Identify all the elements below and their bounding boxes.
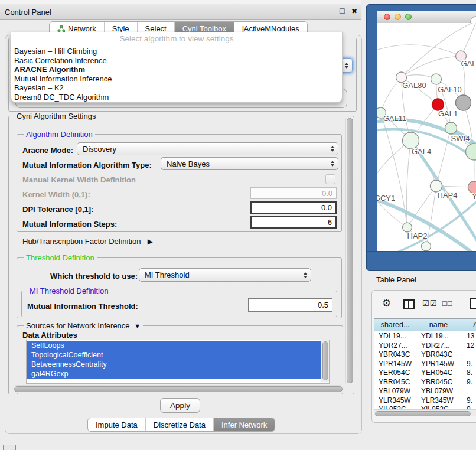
network-node-label: GCY1	[377, 194, 395, 203]
column-header[interactable]: A	[461, 318, 476, 331]
dropdown-item[interactable]: Dream8 DC_TDC Algorithm	[11, 93, 342, 102]
kernel-width-field[interactable]: 0.0	[250, 187, 337, 199]
minimize-window-icon[interactable]	[395, 14, 401, 20]
table-row[interactable]: YDR27...YDR27...12	[374, 341, 476, 350]
mi-type-combobox[interactable]: Naive Bayes	[161, 157, 338, 170]
table-row[interactable]: YPR145WYPR145W9.	[374, 359, 476, 369]
dropdown-item[interactable]: Basic Correlation Inference	[11, 56, 342, 66]
top-strip	[0, 0, 361, 4]
network-canvas[interactable]: GALGAL80GAL10GAL11GAL1SWI4GAL4GCY1HAP4YH…	[377, 23, 476, 251]
network-edge[interactable]	[402, 23, 476, 77]
corner-button[interactable]	[3, 445, 16, 450]
table-row[interactable]: YER054CYER054C8.	[374, 368, 476, 377]
network-node[interactable]	[403, 132, 419, 149]
float-panel-icon[interactable]: □	[340, 6, 344, 15]
mi-threshold-field[interactable]: 0.5	[248, 298, 332, 312]
column-header[interactable]: shared...	[374, 318, 416, 331]
tab-discretize-data[interactable]: Discretize Data	[145, 418, 213, 431]
network-edge[interactable]	[381, 77, 402, 113]
hub-section-toggle[interactable]: Hub/Transcription Factor Definition ▶	[22, 236, 153, 246]
list-vscrollbar[interactable]	[321, 340, 329, 382]
column-header[interactable]: name	[416, 318, 461, 331]
network-node[interactable]	[431, 180, 442, 192]
collapse-arrow-icon: ▼	[134, 322, 141, 330]
network-node-label: HAP4	[438, 191, 458, 200]
close-window-icon[interactable]	[384, 14, 390, 20]
table-row[interactable]: YBL079WYBL079W	[374, 386, 476, 396]
cell: YER054C	[421, 369, 452, 377]
network-node[interactable]	[403, 223, 412, 232]
table-row[interactable]: YLR345WYLR345W9.	[374, 396, 476, 405]
network-canvas-svg[interactable]: GALGAL80GAL10GAL11GAL1SWI4GAL4GCY1HAP4YH…	[377, 23, 476, 251]
apply-button[interactable]: Apply	[160, 398, 200, 413]
network-node[interactable]	[445, 122, 457, 134]
scrollbar-thumb[interactable]	[322, 341, 328, 380]
tab-infer-network[interactable]: Infer Network	[213, 418, 275, 431]
mi-steps-field[interactable]: 6	[250, 216, 337, 229]
control-panel-window: Control Panel □ ✖ Network Style Select C…	[0, 0, 361, 450]
network-node-label: GAL	[461, 59, 476, 68]
kernel-width-label: Kernel Width (0,1):	[22, 190, 90, 199]
network-node[interactable]	[466, 144, 476, 160]
close-panel-icon[interactable]: ✖	[351, 7, 357, 15]
dropdown-item[interactable]: Bayesian – K2	[11, 83, 342, 93]
cell: YDL19...	[421, 332, 449, 340]
settings-vscrollbar[interactable]	[345, 116, 353, 386]
table-row[interactable]: YBR045CYBR045C9.	[374, 377, 476, 387]
network-node[interactable]	[468, 181, 476, 193]
cell: 9.	[467, 360, 472, 368]
bottom-tabbar: Impute Data Discretize Data Infer Networ…	[87, 418, 275, 432]
table-hscrollbar[interactable]	[374, 409, 476, 416]
split-columns-icon[interactable]	[403, 299, 415, 309]
settings-legend: Cyni Algorithm Settings	[14, 112, 98, 120]
list-item[interactable]: TopologicalCoefficient	[27, 350, 321, 360]
threshold-definition-legend: Threshold Definition	[24, 253, 97, 262]
dropdown-item[interactable]: Mutual Information Inference	[11, 74, 342, 84]
cell: 9.	[467, 378, 472, 386]
aracne-mode-combobox[interactable]: Discovery	[77, 142, 338, 155]
network-edge[interactable]	[402, 56, 461, 77]
zoom-window-icon[interactable]	[405, 14, 412, 20]
mi-threshold-label: Mutual Information Threshold:	[27, 302, 138, 311]
network-node[interactable]	[422, 242, 431, 251]
network-node[interactable]	[432, 99, 444, 110]
scrollbar-thumb[interactable]	[14, 386, 343, 392]
select-all-checkboxes-icon[interactable]: ☑☑	[422, 299, 437, 308]
mi-steps-label: Mutual Information Steps:	[22, 220, 117, 229]
table-row[interactable]: YBR043CYBR043C	[374, 350, 476, 359]
dropdown-item[interactable]: Bayesian – Hill Climbing	[11, 47, 342, 56]
field-value: 0.0	[321, 203, 332, 212]
panel-title: Control Panel	[5, 8, 51, 17]
list-item[interactable]: SelfLoops	[27, 341, 321, 350]
list-item[interactable]: BetweennessCentrality	[27, 360, 321, 369]
which-threshold-combobox[interactable]: MI Threshold	[139, 268, 311, 282]
sources-legend-wrap[interactable]: Sources for Network Inference ▼	[24, 321, 143, 330]
network-node[interactable]	[456, 95, 471, 110]
table-row[interactable]: YDL19...YDL19...13	[374, 331, 476, 341]
cell: 9.	[467, 396, 472, 405]
network-edge[interactable]	[378, 45, 461, 56]
scrollbar-thumb[interactable]	[347, 118, 353, 383]
manual-kernel-checkbox[interactable]	[325, 174, 335, 184]
list-item[interactable]: gal4RGexp	[27, 369, 321, 379]
tab-label: Discretize Data	[154, 420, 206, 429]
cell: YLR345W	[421, 396, 454, 405]
scrollbar-thumb[interactable]	[375, 411, 471, 416]
network-window-titlebar[interactable]	[377, 11, 476, 24]
gear-icon[interactable]: ⚙	[382, 297, 391, 309]
combo-value: Discovery	[77, 145, 327, 154]
column-header-label: A	[473, 321, 476, 329]
cell: YBR045C	[379, 378, 410, 386]
dpi-tolerance-field[interactable]: 0.0	[250, 201, 337, 214]
settings-hscrollbar[interactable]	[12, 385, 344, 393]
network-node[interactable]	[431, 74, 442, 84]
partial-toolbar-icon[interactable]	[470, 298, 476, 309]
cell: YPR145W	[421, 360, 454, 368]
table-panel: ⚙ ☑☑ □□ shared... name A YDL19...YDL19..…	[371, 290, 476, 423]
dropdown-item-selected[interactable]: ARACNE Algorithm	[11, 65, 342, 74]
data-attributes-list[interactable]: SelfLoops TopologicalCoefficient Between…	[26, 340, 330, 384]
network-view-window[interactable]: GALGAL80GAL10GAL11GAL1SWI4GAL4GCY1HAP4YH…	[366, 4, 476, 271]
deselect-all-checkboxes-icon[interactable]: □□	[442, 299, 453, 308]
network-edge[interactable]	[377, 141, 411, 190]
tab-impute-data[interactable]: Impute Data	[88, 418, 145, 431]
